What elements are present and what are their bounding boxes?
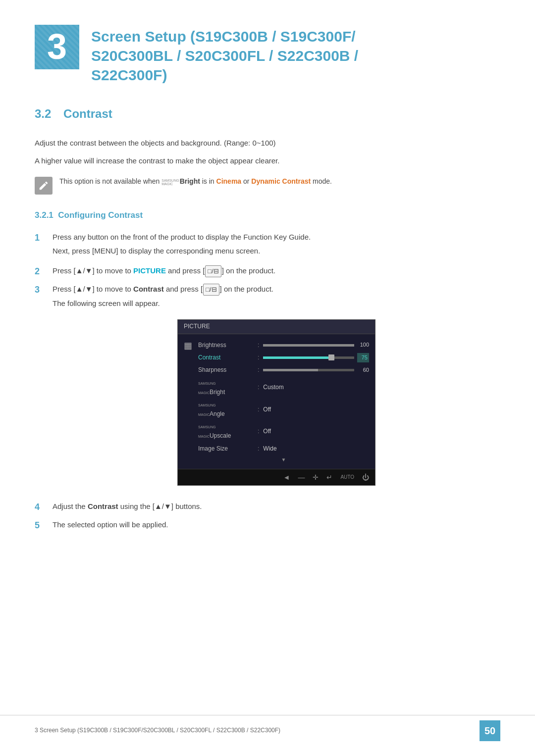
menu-bar-num-sharpness: 60 xyxy=(357,366,369,375)
step-number-3: 3 xyxy=(35,283,49,297)
note-bright-text: Bright xyxy=(180,177,200,185)
menu-value-magic-angle: Off xyxy=(263,405,369,414)
menu-colon-contrast: : xyxy=(258,353,259,362)
menu-row-magic-bright: SAMSUNGMAGICBright : Custom xyxy=(198,377,369,399)
body-para1: Adjust the contrast between the objects … xyxy=(35,137,500,149)
page-footer: 3 Screen Setup (S19C300B / S19C300F/S20C… xyxy=(0,715,535,746)
nav-icon-power: ⏻ xyxy=(362,472,369,483)
step-5-content: The selected option will be applied. xyxy=(53,519,500,531)
page-wrapper: 3 Screen Setup (S19C300B / S19C300F/ S20… xyxy=(0,0,535,577)
nav-icon-up: ◄ xyxy=(283,472,290,483)
monitor-menu-icon: ▦ xyxy=(184,341,192,350)
note-icon xyxy=(35,177,53,195)
samsung-magic-inline: SAMSUNGMAGIC xyxy=(161,179,179,186)
menu-value-image-size: Wide xyxy=(263,444,369,454)
note-mode-text: mode. xyxy=(311,177,332,185)
menu-colon-magic-angle: : xyxy=(258,405,259,414)
menu-bar-cursor-contrast xyxy=(328,354,334,360)
monitor-nav-bar: ◄ — ✛ ↵ AUTO ⏻ xyxy=(178,469,375,485)
step-1-text: Press any button on the front of the pro… xyxy=(53,233,311,241)
step-3-content: Press [▲/▼] to move to Contrast and pres… xyxy=(53,283,500,496)
menu-label-magic-bright: SAMSUNGMAGICBright xyxy=(198,378,258,397)
step-number-4: 4 xyxy=(35,501,49,514)
note-cinema-text: Cinema xyxy=(216,177,242,185)
subsection-heading: 3.2.1 Configuring Contrast xyxy=(35,208,500,222)
menu-bar-num-contrast: 75 xyxy=(357,353,369,363)
list-item: 3 Press [▲/▼] to move to Contrast and pr… xyxy=(35,283,500,496)
step-1-subtext: Next, press [MENU] to display the corres… xyxy=(53,245,500,257)
section-number: 3.2 xyxy=(35,107,51,120)
menu-colon-magic-upscale: : xyxy=(258,427,259,436)
footer-page-number: 50 xyxy=(480,720,500,741)
step-2-picture: PICTURE xyxy=(133,266,166,275)
nav-icon-plus: ✛ xyxy=(313,472,319,483)
menu-bar-fill-contrast xyxy=(263,356,331,359)
note-dynamic-text: Dynamic Contrast xyxy=(251,177,311,185)
steps-list: 1 Press any button on the front of the p… xyxy=(35,231,500,533)
chapter-number: 3 xyxy=(35,25,79,69)
list-item: 1 Press any button on the front of the p… xyxy=(35,231,500,260)
step-number-2: 2 xyxy=(35,265,49,278)
note-box: This option is not available when SAMSUN… xyxy=(35,176,500,195)
menu-label-image-size: Image Size xyxy=(198,444,258,454)
step-4-content: Adjust the Contrast using the [▲/▼] butt… xyxy=(53,501,500,512)
menu-colon-sharpness: : xyxy=(258,365,259,375)
menu-bar-sharpness: 60 xyxy=(263,366,369,375)
section-title: Contrast xyxy=(63,107,112,120)
menu-colon-image-size: : xyxy=(258,444,259,454)
pencil-icon xyxy=(38,180,49,191)
chapter-header: 3 Screen Setup (S19C300B / S19C300F/ S20… xyxy=(35,20,500,85)
menu-bar-track-brightness xyxy=(263,344,354,347)
step-3-key1: □/⊟ xyxy=(203,284,219,296)
step-number-1: 1 xyxy=(35,231,49,245)
note-pre-text: This option is not available when xyxy=(59,177,161,185)
list-item: 5 The selected option will be applied. xyxy=(35,519,500,532)
menu-colon-magic-bright: : xyxy=(258,383,259,392)
step-4-contrast-label: Contrast xyxy=(88,502,118,510)
menu-row-magic-upscale: SAMSUNGMAGICUpscale : Off xyxy=(198,420,369,442)
nav-auto-label: AUTO xyxy=(340,473,354,481)
menu-bar-num-brightness: 100 xyxy=(357,341,369,350)
list-item: 4 Adjust the Contrast using the [▲/▼] bu… xyxy=(35,501,500,514)
menu-value-magic-bright: Custom xyxy=(263,383,369,392)
step-3-subtext: The following screen will appear. xyxy=(53,298,500,309)
step-3-contrast-label: Contrast xyxy=(133,285,164,293)
chapter-number-text: 3 xyxy=(47,18,67,75)
monitor-left-icons: ▦ xyxy=(184,339,192,464)
monitor-title-text: PICTURE xyxy=(184,323,210,330)
menu-bar-contrast: 75 xyxy=(263,353,369,363)
menu-more-indicator: ▼ xyxy=(198,455,369,464)
menu-row-brightness: Brightness : 100 xyxy=(198,339,369,352)
menu-row-image-size: Image Size : Wide xyxy=(198,443,369,455)
menu-row-sharpness: Sharpness : 60 xyxy=(198,364,369,376)
monitor-title-bar: PICTURE xyxy=(178,320,375,334)
step-5-text: The selected option will be applied. xyxy=(53,520,168,529)
monitor-content: ▦ Brightness : 10 xyxy=(178,334,375,469)
menu-bar-fill-brightness xyxy=(263,344,354,347)
menu-label-contrast: Contrast xyxy=(198,353,258,362)
footer-text: 3 Screen Setup (S19C300B / S19C300F/S20C… xyxy=(35,726,280,735)
menu-value-magic-upscale: Off xyxy=(263,427,369,436)
list-item: 2 Press [▲/▼] to move to PICTURE and pre… xyxy=(35,265,500,278)
menu-label-magic-upscale: SAMSUNGMAGICUpscale xyxy=(198,422,258,441)
monitor-menu: Brightness : 100 xyxy=(198,339,369,464)
step-number-5: 5 xyxy=(35,519,49,532)
note-is-text: is in xyxy=(200,177,216,185)
menu-row-magic-angle: SAMSUNGMAGICAngle : Off xyxy=(198,399,369,420)
menu-bar-brightness: 100 xyxy=(263,341,369,350)
menu-label-brightness: Brightness xyxy=(198,341,258,350)
nav-icon-minus: — xyxy=(298,472,305,483)
menu-colon-brightness: : xyxy=(258,341,259,350)
monitor-screenshot: PICTURE ▦ Brightness : xyxy=(177,319,375,486)
menu-row-contrast: Contrast : 75 xyxy=(198,352,369,364)
subsection-title: Configuring Contrast xyxy=(58,210,143,220)
step-2-key1: □/⊟ xyxy=(205,265,221,278)
menu-label-sharpness: Sharpness xyxy=(198,365,258,375)
body-para2: A higher value will increase the contras… xyxy=(35,155,500,167)
menu-bar-track-sharpness xyxy=(263,369,354,371)
step-1-content: Press any button on the front of the pro… xyxy=(53,231,500,260)
menu-label-magic-angle: SAMSUNGMAGICAngle xyxy=(198,400,258,419)
section-heading: 3.2 Contrast xyxy=(35,104,500,123)
note-or-text: or xyxy=(241,177,251,185)
chapter-title: Screen Setup (S19C300B / S19C300F/ S20C3… xyxy=(91,25,358,85)
